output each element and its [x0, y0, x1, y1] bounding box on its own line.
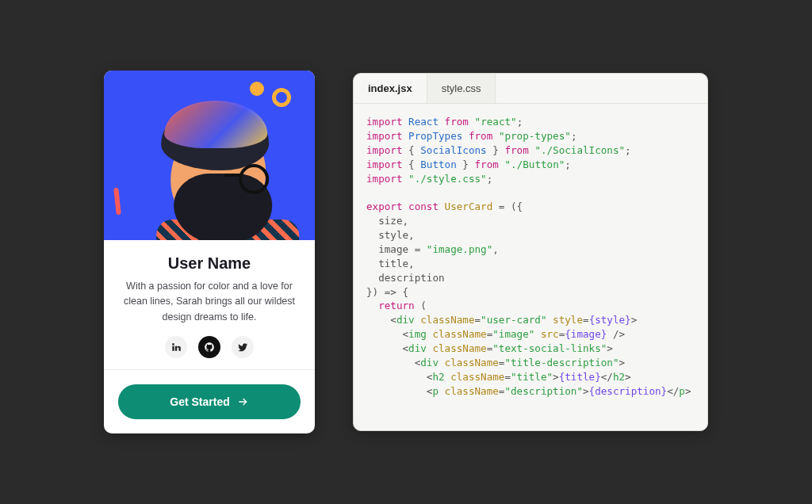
tab-style-css[interactable]: style.css [427, 74, 496, 103]
get-started-button[interactable]: Get Started [118, 384, 301, 419]
user-card: User Name With a passion for color and a… [104, 71, 315, 433]
user-avatar-illustration [104, 71, 315, 240]
code-window: index.jsx style.css import React from "r… [353, 73, 708, 431]
card-title: User Name [120, 254, 299, 273]
twitter-icon[interactable] [232, 336, 254, 358]
cta-label: Get Started [170, 395, 229, 408]
linkedin-icon[interactable] [165, 336, 187, 358]
github-icon[interactable] [198, 336, 220, 358]
card-body: User Name With a passion for color and a… [104, 240, 315, 369]
tab-index-jsx[interactable]: index.jsx [354, 74, 427, 103]
social-links [120, 336, 299, 358]
card-description: With a passion for color and a love for … [120, 279, 299, 325]
code-editor[interactable]: import React from "react"; import PropTy… [354, 104, 707, 410]
arrow-right-icon [236, 395, 249, 408]
editor-tabs: index.jsx style.css [354, 74, 707, 104]
